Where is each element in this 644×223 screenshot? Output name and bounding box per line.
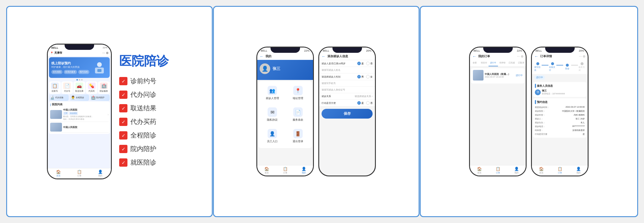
detail-row-8: 行动是否方便 是	[535, 132, 585, 136]
detail-value-6: 18777777777	[572, 125, 585, 128]
radio-mob-no-circle	[366, 101, 370, 105]
progress-line-1	[542, 65, 548, 65]
nav-order-4[interactable]: 📋 订单	[558, 167, 562, 174]
menu-patient[interactable]: 👥 就诊人管理	[261, 83, 284, 103]
nav-my-icon: 👤	[98, 170, 103, 174]
step-dot-4	[581, 62, 584, 65]
dot-1	[76, 79, 78, 81]
banner-image	[91, 60, 107, 76]
banner-btn-1[interactable]: 优先领取	[51, 70, 63, 74]
status-time-4: BELL	[473, 49, 480, 52]
form-gender: 请选择就诊人性别 男 女	[319, 73, 375, 80]
check-icon-2: ✓	[119, 91, 127, 99]
hospital-item-1[interactable]: 中国人民医院 三甲 综合医院 重点院：百药医生业视频并行的恢复... 地址：天津…	[50, 107, 109, 122]
menu-label-terms: 服务条款	[293, 118, 303, 122]
order-date: 2022-03-07 13:10:00	[485, 76, 514, 78]
quick-item-4[interactable]: 💊 代买药	[86, 81, 98, 94]
service-section: 服务人员信息 张 张三 联系电话：18744444444	[533, 82, 586, 97]
step-dot-1	[536, 62, 539, 65]
nav-order-3[interactable]: 📋 订单	[496, 167, 500, 174]
quick-item-3[interactable]: 🚗 取送结果	[73, 81, 85, 94]
radio-male[interactable]: 男	[357, 75, 364, 78]
bottom-nav-orders: 🏠 首页 📋 订单 👤 我的	[470, 165, 526, 176]
radio-yes[interactable]: 是	[357, 62, 364, 65]
nav-home-4[interactable]: 🏠 首页	[539, 167, 544, 174]
text-panel: 医院陪诊 ✓ 诊前约号 ✓ 代办问诊 ✓ 取送结果 ✓ 代办买药 ✓ 全程陪诊 …	[116, 51, 172, 172]
quick-item-2[interactable]: 📄 代办号	[61, 81, 73, 94]
feature-1[interactable]: 🔬 代办实验	[49, 94, 69, 101]
detail-label-2: 就诊医院：	[535, 110, 545, 113]
menu-icon-staff: 👤	[268, 129, 277, 138]
back-arrow-detail[interactable]: ←	[534, 54, 538, 59]
status-time-3: BELL	[323, 49, 329, 52]
tab-pending[interactable]: 待支付	[479, 60, 489, 66]
step-1: 填写信息	[534, 62, 541, 72]
menu-icon-address: 📍	[293, 86, 303, 95]
detail-value-5: 本人	[581, 121, 585, 124]
step-4: 服务完成	[579, 62, 585, 72]
section-1: BELL 22% 📍 天津市 ··· ⊕ 线上陪诊预约 呵护健康，陪行最大的男孩…	[6, 6, 213, 217]
status-bat-2: 22%	[304, 49, 309, 52]
form-relation[interactable]: 就诊关系 请选择就诊关系 ›	[319, 93, 375, 100]
order-info-dot	[535, 100, 536, 104]
nav-order-label-4: 订单	[558, 171, 562, 174]
menu-label-logout: 退出登录	[293, 140, 303, 143]
nav-my-icon-3: 👤	[514, 167, 519, 171]
nav-my-label-3: 我的	[514, 171, 519, 174]
nav-my-3[interactable]: 👤 我的	[514, 167, 519, 174]
menu-staff[interactable]: 👤 员工入口	[261, 127, 284, 146]
order-info-title-text: 预约信息	[537, 100, 548, 104]
nav-order-2[interactable]: 📋 订单	[283, 167, 288, 174]
check-icon-6: ✓	[119, 145, 127, 153]
form-mobility: 行动是否方便 是 否	[319, 100, 375, 106]
nav-order-label-2: 订单	[283, 171, 287, 174]
radio-female[interactable]: 女	[366, 75, 373, 78]
nav-my-4[interactable]: 👤 我的	[576, 167, 581, 174]
header-icons[interactable]: ··· ⊕	[102, 51, 109, 55]
menu-icon-terms: 📄	[293, 107, 303, 117]
nav-home-label-2: 首页	[265, 171, 269, 174]
back-arrow-add-patient[interactable]: ←	[322, 54, 326, 59]
radio-mob-no[interactable]: 否	[366, 101, 373, 105]
header-icons-orders: ··· ⊕	[517, 55, 523, 58]
tab-done[interactable]: 已完成	[507, 60, 517, 66]
quick-item-5[interactable]: 🏥 陪诊服务	[98, 81, 110, 94]
tag-2: 综合医院	[69, 112, 78, 115]
tab-all[interactable]: 全部	[470, 60, 479, 66]
back-arrow-my[interactable]: ←	[260, 54, 264, 59]
check-icon-3: ✓	[119, 104, 127, 112]
nav-home[interactable]: 🏠 首页	[56, 170, 61, 177]
nav-home-3[interactable]: 🏠 首页	[477, 167, 482, 174]
sp-name: 张三	[542, 89, 565, 92]
menu-grid: 👥 就诊人管理 📍 地址管理 ✉ 隐私协议 📄 服务条款 👤 员工入	[258, 81, 312, 148]
hospital-img-1	[50, 110, 62, 119]
tab-inprogress[interactable]: 进行中	[489, 60, 498, 66]
fi-label-2: 全程陪诊	[76, 96, 84, 99]
banner-btn-2[interactable]: 前置的服务	[64, 70, 77, 74]
phone-notch-2	[271, 47, 300, 53]
quick-item-1[interactable]: 📋 挂新号	[49, 81, 61, 94]
order-card-1[interactable]: 中国人民医院（附属...） 2022-03-07 13:10:00 进行中	[471, 68, 525, 83]
tab-cancel[interactable]: 已取消	[517, 60, 526, 66]
tab-review[interactable]: 待评价	[498, 60, 507, 66]
feature-3[interactable]: 🏥 院内陪护	[90, 94, 110, 101]
hospital-item-2[interactable]: 中国人民医院	[50, 122, 109, 133]
nav-home-2[interactable]: 🏠 首页	[264, 167, 269, 174]
nav-my[interactable]: 👤 我的	[98, 170, 103, 177]
nav-order[interactable]: 📋 订单	[77, 170, 82, 177]
menu-privacy[interactable]: ✉ 隐私协议	[261, 105, 284, 124]
radio-no[interactable]: 否	[366, 62, 373, 65]
app-header: 📍 天津市 ··· ⊕	[48, 50, 111, 56]
check-item-4: ✓ 代办买药	[119, 117, 169, 126]
qi-icon-3: 🚗	[76, 83, 83, 89]
menu-address[interactable]: 📍 地址管理	[286, 83, 310, 103]
banner-btn-3[interactable]: 预约流程	[78, 70, 89, 74]
menu-logout[interactable]: 🚪 退出登录	[286, 127, 310, 146]
nav-my-2[interactable]: 👤 我的	[301, 167, 306, 174]
check-label-7: 就医陪诊	[130, 158, 156, 167]
radio-mob-yes[interactable]: 是	[357, 101, 364, 105]
feature-2[interactable]: 👨‍⚕️ 全程陪诊	[70, 94, 89, 101]
menu-terms[interactable]: 📄 服务条款	[286, 105, 310, 124]
save-button[interactable]: 保存	[322, 109, 373, 119]
back-arrow-orders[interactable]: ←	[472, 54, 476, 59]
